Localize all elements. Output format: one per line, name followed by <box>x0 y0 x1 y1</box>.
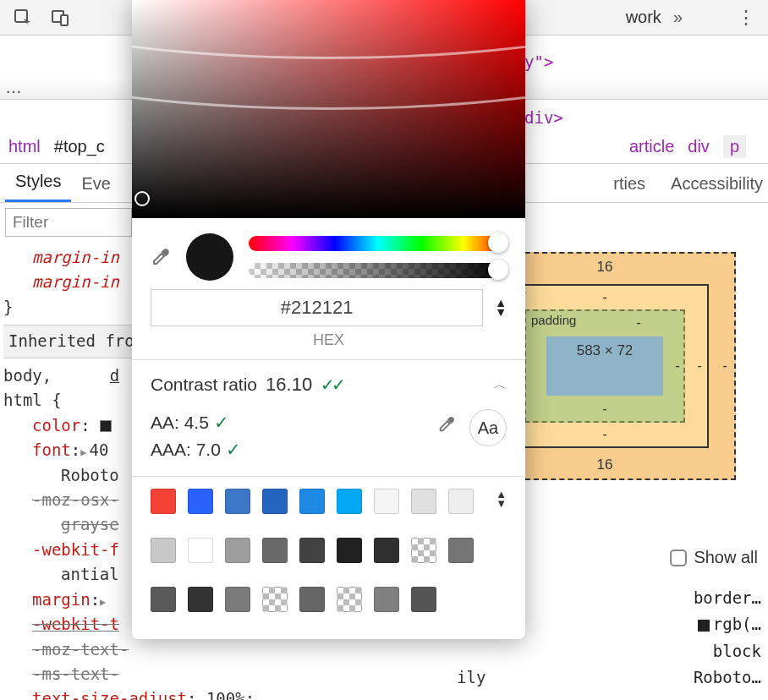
breadcrumb-p[interactable]: p <box>723 135 746 158</box>
css-value[interactable]: antial <box>61 565 119 583</box>
color-cursor-icon[interactable] <box>134 191 150 206</box>
color-format-label: HEX <box>132 331 525 359</box>
tab-properties[interactable]: rties <box>613 174 645 194</box>
contrast-line-icon <box>132 0 525 110</box>
palette-swatch[interactable] <box>262 538 288 563</box>
inspect-element-icon[interactable] <box>7 2 39 34</box>
double-check-icon: ✓✓ <box>321 375 343 395</box>
color-picker-popover: ▲▼ HEX Contrast ratio 16.10 ✓✓ ︿ Aa AA: … <box>132 0 525 639</box>
svg-rect-2 <box>61 15 68 25</box>
palette-swatch[interactable] <box>299 489 325 514</box>
css-selector[interactable]: d <box>110 366 119 385</box>
computed-row[interactable]: ilyRoboto… <box>457 664 761 691</box>
palette-swatch[interactable] <box>188 538 213 563</box>
palette-stepper-icon[interactable]: ▲▼ <box>496 490 507 507</box>
palette-swatch[interactable] <box>374 489 399 514</box>
margin-right-value[interactable]: - <box>722 358 727 375</box>
palette-swatch[interactable] <box>374 538 399 563</box>
css-property[interactable]: text-size-adjust <box>32 689 187 700</box>
breadcrumb-div[interactable]: div <box>688 137 710 156</box>
check-icon: ✓ <box>214 413 229 432</box>
show-all-toggle[interactable]: Show all <box>670 548 758 567</box>
hue-slider[interactable] <box>249 236 507 251</box>
palette-swatch[interactable] <box>299 538 325 563</box>
css-property-disabled[interactable]: -moz-osx- <box>32 490 119 509</box>
aa-threshold: AA: 4.5 <box>151 413 209 432</box>
current-color-swatch <box>186 233 233 281</box>
css-property[interactable]: margin <box>32 590 91 609</box>
css-selector[interactable]: body, <box>3 366 52 385</box>
slider-thumb-icon[interactable] <box>488 260 508 280</box>
eyedropper-icon[interactable] <box>151 247 171 267</box>
palette-swatch[interactable] <box>299 587 325 612</box>
palette-swatch[interactable] <box>188 489 213 514</box>
css-property-disabled[interactable]: -webkit-t <box>32 615 119 633</box>
palette-swatch[interactable] <box>262 489 288 514</box>
checkbox-icon[interactable] <box>670 550 687 566</box>
tab-styles[interactable]: Styles <box>5 165 71 202</box>
alpha-slider[interactable] <box>249 263 507 278</box>
visible-panel-tab[interactable]: work <box>626 8 661 27</box>
css-property[interactable]: -webkit-f <box>32 540 119 559</box>
hex-input[interactable] <box>151 289 483 326</box>
palette-swatch[interactable] <box>225 538 250 563</box>
palette-swatch[interactable] <box>188 587 213 612</box>
contrast-ratio-label: Contrast ratio <box>151 375 257 395</box>
text-sample-icon[interactable]: Aa <box>469 409 507 446</box>
color-swatch-icon[interactable] <box>698 620 710 632</box>
css-property[interactable]: font <box>32 440 71 459</box>
css-property[interactable]: color <box>32 416 80 435</box>
overflow-tabs-icon[interactable]: » <box>673 8 679 27</box>
css-property-disabled[interactable]: -ms-text- <box>32 664 119 683</box>
palette-swatch[interactable] <box>411 538 436 563</box>
eyedropper-icon[interactable] <box>437 414 456 441</box>
palette-swatch[interactable] <box>151 538 176 563</box>
content-dimensions[interactable]: 583 × 72 <box>546 336 663 396</box>
contrast-ratio-value: 16.10 <box>266 374 312 396</box>
palette-swatch[interactable] <box>225 587 250 612</box>
css-property-disabled[interactable]: -moz-text- <box>32 640 129 659</box>
css-property[interactable]: margin-in <box>32 272 119 291</box>
palette-swatch[interactable] <box>337 587 362 612</box>
aaa-threshold: AAA: 7.0 <box>151 440 221 459</box>
palette-swatch[interactable] <box>448 489 474 514</box>
palette-swatch[interactable] <box>337 489 362 514</box>
computed-row[interactable]: block <box>457 638 761 664</box>
breadcrumb-article[interactable]: article <box>629 137 674 156</box>
palette-swatch[interactable] <box>151 489 176 514</box>
breadcrumb-id[interactable]: #top_c <box>54 137 105 156</box>
color-palette: ▲▼ <box>132 477 525 639</box>
palette-swatch[interactable] <box>225 489 250 514</box>
palette-swatch[interactable] <box>151 587 176 612</box>
expand-icon[interactable]: ▶ <box>100 594 106 610</box>
dom-line-fragment: y"> <box>524 49 553 74</box>
breadcrumb-html[interactable]: html <box>8 137 41 156</box>
styles-filter-input[interactable] <box>5 208 132 237</box>
slider-thumb-icon[interactable] <box>488 232 508 253</box>
palette-swatch[interactable] <box>448 538 474 563</box>
saturation-field[interactable] <box>132 0 525 218</box>
tab-accessibility[interactable]: Accessibility <box>671 174 763 194</box>
device-toggle-icon[interactable] <box>44 2 76 34</box>
format-stepper-icon[interactable]: ▲▼ <box>495 299 507 316</box>
css-value-disabled[interactable]: grayse <box>61 515 119 533</box>
palette-swatch[interactable] <box>262 587 288 612</box>
css-value[interactable]: Roboto <box>61 466 119 484</box>
margin-top-value[interactable]: 16 <box>597 259 613 276</box>
chevron-up-icon[interactable]: ︿ <box>493 376 507 394</box>
expand-icon[interactable]: ▶ <box>80 445 86 461</box>
palette-swatch[interactable] <box>411 489 436 514</box>
color-swatch-icon[interactable] <box>100 420 112 432</box>
more-menu-icon[interactable]: ⋮ <box>730 3 761 32</box>
dom-line-fragment: div> <box>524 105 563 130</box>
css-property[interactable]: margin-in <box>32 248 119 266</box>
palette-swatch[interactable] <box>374 587 399 612</box>
padding-label: padding <box>531 313 576 327</box>
check-icon: ✓ <box>226 440 241 459</box>
tab-event-listeners[interactable]: Eve <box>71 167 120 202</box>
margin-bottom-value[interactable]: 16 <box>597 457 613 473</box>
palette-swatch[interactable] <box>337 538 362 563</box>
palette-swatch[interactable] <box>411 587 436 612</box>
